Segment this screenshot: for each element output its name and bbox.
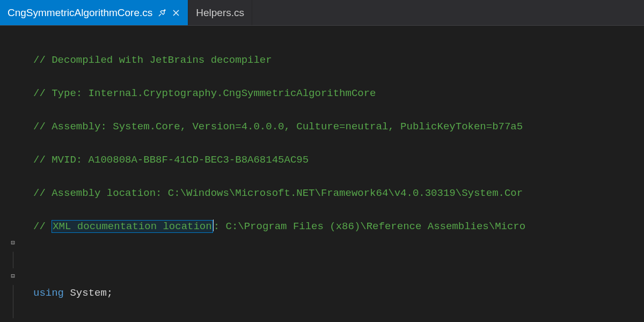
tab-label: CngSymmetricAlgorithmCore.cs [8,7,152,19]
comment-line: // Assembly location: C:\Windows\Microso… [33,187,523,199]
comment-prefix: // [33,221,52,232]
selected-text: XML documentation location [52,220,213,233]
keyword: using [33,287,64,299]
pin-icon[interactable] [158,9,166,17]
tab-label: Helpers.cs [196,7,244,19]
tab-bar: CngSymmetricAlgorithmCore.cs Helpers.cs [0,0,644,26]
code-editor[interactable]: ⊟ ⊟ // Decompiled with JetBrains decompi… [0,26,644,322]
comment-line: // Type: Internal.Cryptography.CngSymmet… [33,87,376,99]
namespace: System [70,287,106,299]
fold-toggle[interactable]: ⊟ [0,268,26,285]
tab-inactive[interactable]: Helpers.cs [188,0,252,25]
comment-suffix: : C:\Program Files (x86)\Reference Assem… [214,221,526,232]
close-icon[interactable] [172,9,180,17]
comment-line: // Assembly: System.Core, Version=4.0.0.… [33,121,523,133]
gutter: ⊟ ⊟ [0,26,26,322]
fold-toggle[interactable]: ⊟ [0,235,26,252]
tab-active[interactable]: CngSymmetricAlgorithmCore.cs [0,0,188,25]
comment-line: // MVID: A100808A-BB8F-41CD-BEC3-B8A6814… [33,154,309,166]
code-area[interactable]: // Decompiled with JetBrains decompiler … [26,26,644,322]
punct: ; [107,287,113,299]
comment-line: // Decompiled with JetBrains decompiler [33,54,272,66]
